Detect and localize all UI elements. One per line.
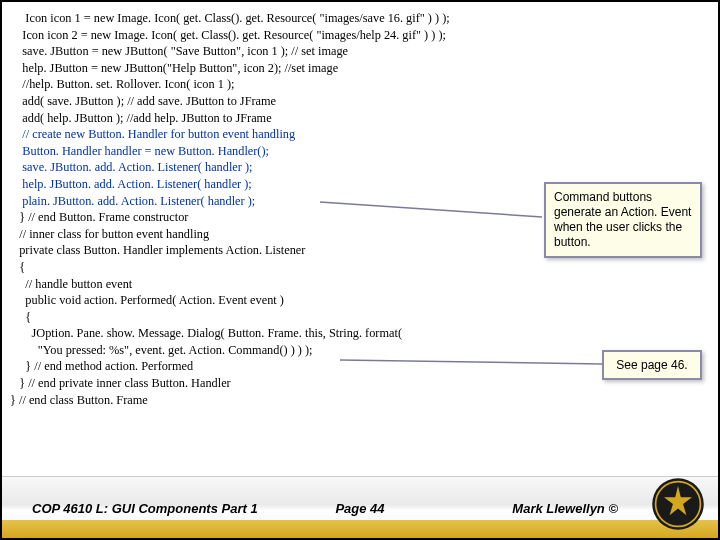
code-line: Button. Handler handler = new Button. Ha… bbox=[10, 143, 710, 160]
footer-gold-bar bbox=[2, 520, 718, 538]
code-line: Icon icon 2 = new Image. Icon( get. Clas… bbox=[10, 27, 710, 44]
footer-title: COP 4610 L: GUI Components Part 1 bbox=[32, 501, 258, 516]
ucf-logo-icon bbox=[650, 476, 706, 532]
code-line: JOption. Pane. show. Message. Dialog( Bu… bbox=[10, 325, 710, 342]
code-line: save. JButton. add. Action. Listener( ha… bbox=[10, 159, 710, 176]
code-line: public void action. Performed( Action. E… bbox=[10, 292, 710, 309]
footer: COP 4610 L: GUI Components Part 1 Page 4… bbox=[2, 476, 718, 538]
callout-action-event: Command buttons generate an Action. Even… bbox=[544, 182, 702, 258]
code-line: Icon icon 1 = new Image. Icon( get. Clas… bbox=[10, 10, 710, 27]
callout-text: See page 46. bbox=[616, 358, 687, 372]
code-line: help. JButton = new JButton("Help Button… bbox=[10, 60, 710, 77]
code-comment: } // end class Button. Frame bbox=[10, 392, 710, 409]
footer-page: Page 44 bbox=[335, 501, 384, 516]
code-line: add( save. JButton ); // add save. JButt… bbox=[10, 93, 710, 110]
code-line: { bbox=[10, 259, 710, 276]
code-line: //help. Button. set. Rollover. Icon( ico… bbox=[10, 76, 710, 93]
callout-see-page: See page 46. bbox=[602, 350, 702, 380]
slide: Icon icon 1 = new Image. Icon( get. Clas… bbox=[0, 0, 720, 540]
callout-text: Command buttons generate an Action. Even… bbox=[554, 190, 691, 249]
code-comment: // handle button event bbox=[10, 276, 710, 293]
footer-author: Mark Llewellyn © bbox=[512, 501, 618, 516]
code-line: { bbox=[10, 309, 710, 326]
code-comment: // create new Button. Handler for button… bbox=[10, 126, 710, 143]
code-line: add( help. JButton ); //add help. JButto… bbox=[10, 110, 710, 127]
code-line: save. JButton = new JButton( "Save Butto… bbox=[10, 43, 710, 60]
